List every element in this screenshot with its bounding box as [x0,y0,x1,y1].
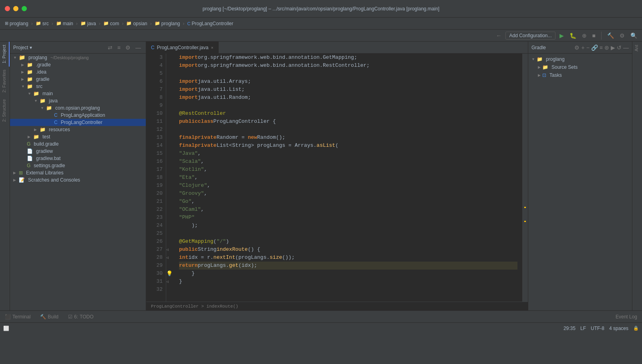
tree-main[interactable]: ▼ 📁 main [10,90,146,97]
code-line-17: "Kotlin", [179,166,517,174]
todo-tab[interactable]: ☑ 6: TODO [63,311,98,322]
breadcrumb-com[interactable]: 📁 com [102,20,121,27]
project-dropdown-arrow[interactable]: ▾ [30,45,32,50]
settings-button[interactable]: ⚙ [618,32,626,40]
gradle-link-btn[interactable]: 🔗 [591,44,598,51]
tree-resources[interactable]: ▶ 📁 resources [10,126,146,133]
build-tab[interactable]: 🔨 Build [35,311,63,322]
charset[interactable]: UTF-8 [591,326,604,331]
tree-gradlew-bat[interactable]: 📄 gradlew.bat [10,155,146,162]
breadcrumb-src[interactable]: 📁 src [34,20,50,27]
status-bar: ⬜ 29:35 LF UTF-8 4 spaces 🔒 [0,322,642,334]
ant-tab[interactable]: Ant [632,42,642,55]
tab-close-button[interactable]: × [211,45,213,50]
gradle-proglang[interactable]: ▼ 📁 proglang [528,55,632,63]
settings-panel-button[interactable]: ⚙ [124,44,132,52]
gradle-settings-btn[interactable]: ⚙ [574,44,580,51]
indent-display[interactable]: 4 spaces [609,326,628,331]
sync-button[interactable]: ⇄ [106,44,114,52]
breadcrumb-main[interactable]: 📁 main [54,20,75,27]
event-log-tab[interactable]: Event Log [611,311,642,322]
gradle-refresh-btn[interactable]: ↺ [617,44,622,51]
tree-idea[interactable]: ▶ 📁 .idea [10,68,146,76]
tree-proglang-root[interactable]: ▼ 📁 proglang ~/Desktop/proglang [10,54,146,61]
tree-external-libs[interactable]: ▶ ⊞ External Libraries [10,169,146,176]
breadcrumb-sep-1: › [31,21,33,26]
gradle-tasks-icon: ⊡ [542,72,546,78]
editor-content: 3456789 10111213141516 17181920212223 24… [146,54,528,302]
breadcrumb-proglang[interactable]: ⊞ proglang [3,20,30,27]
vtab-project[interactable]: 1: Project [0,42,10,66]
tab-proglangcontroller[interactable]: C ProgLangController.java × [146,42,219,53]
editor-path: ProgLangController > indexRoute() [151,304,238,309]
tree-java[interactable]: ▼ 📁 java [10,97,146,104]
gradle-remove-btn[interactable]: − [586,44,590,51]
stop-button[interactable]: ■ [591,32,597,40]
vtab-favorites[interactable]: 2: Favorites [0,66,10,96]
code-line-31: } [179,278,517,286]
titlebar-buttons [5,6,27,11]
code-line-28: int idx = r.nextInt(progLangs.size()); [179,254,517,262]
code-content[interactable]: import org.springframework.web.bind.anno… [174,54,522,302]
gradle-run-btn[interactable]: ▶ [611,44,615,51]
breadcrumb-opsian-label: opsian [133,21,147,26]
editor-scrollbar[interactable] [522,54,528,302]
code-line-24: ); [179,222,517,230]
gradle-panel-actions: ⚙ + − 🔗 ≡ ⊛ ▶ ↺ — [574,44,629,51]
gradle-list-btn[interactable]: ≡ [600,44,603,51]
gradle-close-btn[interactable]: — [623,44,629,51]
tree-proglangapp[interactable]: C ProgLangApplication [10,112,146,119]
run-button[interactable]: ▶ [558,32,566,40]
line-ending[interactable]: LF [580,326,586,331]
gradle-filter-btn[interactable]: ⊛ [604,44,609,51]
breadcrumb-opsian[interactable]: 📁 opsian [125,20,149,27]
event-log-label: Event Log [616,314,637,320]
tree-proglangcontroller[interactable]: C ProgLangController [10,119,146,126]
project-folder-icon: 📁 [19,54,25,60]
breadcrumb-proglangpkg[interactable]: 📁 proglang [153,20,182,27]
tree-com-pkg[interactable]: ▼ 📁 com.opsian.proglang [10,104,146,112]
minimize-button[interactable] [13,6,18,11]
titlebar-title: proglang [~/Desktop/proglang] – .../src/… [203,6,439,12]
breadcrumb-controller[interactable]: C ProgLangController [186,20,235,27]
gradle-source-sets[interactable]: ▶ 📁 Source Sets [528,63,632,71]
terminal-tab[interactable]: ⬛ Terminal [0,311,35,322]
tree-gradlew[interactable]: 📄 gradlew [10,148,146,155]
tree-settings-gradle[interactable]: G settings.gradle [10,162,146,169]
maximize-button[interactable] [22,6,27,11]
back-button[interactable]: ← [494,32,503,40]
tree-scratches[interactable]: ▶ 📝 Scratches and Consoles [10,176,146,184]
build-button[interactable]: 🔨 [606,32,616,40]
coverage-button[interactable]: ⊕ [580,32,588,40]
gradle-arrow: ▶ [538,65,541,69]
tree-label: main [42,91,53,96]
tree-label: settings.gradle [34,163,65,168]
breadcrumb-java[interactable]: 📁 java [79,20,98,27]
tree-scratches-label: Scratches and Consoles [28,177,80,183]
tree-src[interactable]: ▼ 📁 src [10,83,146,90]
expand-arrow: ▼ [13,56,17,60]
folder-icon-4: 📁 [103,21,109,26]
panel-header: Project ▾ ⇄ ≡ ⚙ — [10,42,146,54]
tree-label: gradlew.bat [36,156,60,161]
code-line-14: final private List<String> progLangs = A… [179,142,517,150]
gradle-tasks[interactable]: ▶ ⊡ Tasks [528,71,632,79]
debug-button[interactable]: 🐛 [568,32,578,40]
vtab-structure[interactable]: 2: Structure [0,96,10,125]
toolbar-right: ← Add Configuration... ▶ 🐛 ⊕ ■ 🔨 ⚙ 🔍 [494,32,639,40]
tree-build-gradle[interactable]: G build.gradle [10,140,146,148]
collapse-all-button[interactable]: ≡ [116,44,122,52]
close-panel-button[interactable]: — [134,44,143,52]
java-file-icon: C [54,120,58,125]
tree-gradle-hidden[interactable]: ▶ 📁 .gradle [10,61,146,68]
add-configuration-button[interactable]: Add Configuration... [505,32,555,40]
tree-gradle-folder[interactable]: ▶ 📁 gradle [10,76,146,83]
breadcrumb-sep-2: › [52,21,53,26]
line-numbers: 3456789 10111213141516 17181920212223 24… [146,54,166,302]
tree-test[interactable]: ▶ 📁 test [10,133,146,140]
folder-icon-6: 📁 [155,21,160,26]
gradle-add-btn[interactable]: + [581,44,584,51]
java-file-icon: C [54,112,58,118]
close-button[interactable] [5,6,10,11]
search-button[interactable]: 🔍 [629,32,639,40]
